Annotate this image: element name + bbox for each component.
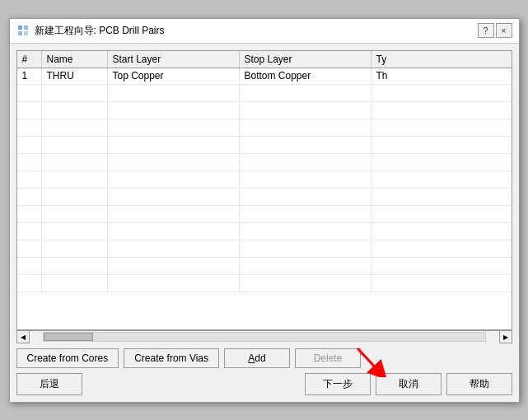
empty-cell xyxy=(371,206,421,222)
scroll-right-button[interactable]: ▶ xyxy=(499,330,512,343)
empty-cell xyxy=(42,240,108,257)
empty-cell xyxy=(371,102,421,119)
empty-cell xyxy=(17,240,42,257)
empty-row xyxy=(17,275,512,292)
empty-cell xyxy=(42,206,108,222)
svg-rect-2 xyxy=(18,31,22,35)
empty-row xyxy=(17,206,512,223)
empty-cell xyxy=(108,119,240,136)
empty-cell xyxy=(371,171,421,188)
empty-row xyxy=(17,223,512,240)
empty-cell xyxy=(108,85,240,101)
drill-pairs-table: # Name Start Layer Stop Layer Ty 1 THRU … xyxy=(16,50,512,330)
titlebar-controls: ? × xyxy=(478,23,512,38)
empty-cell xyxy=(17,189,42,205)
empty-cell xyxy=(371,240,421,257)
horizontal-scrollbar[interactable]: ◀ ▶ xyxy=(16,330,512,343)
table-row[interactable]: 1 THRU Top Copper Bottom Copper Th xyxy=(17,68,512,85)
close-button[interactable]: × xyxy=(496,23,512,38)
empty-cell xyxy=(17,223,42,240)
help-button[interactable]: ? xyxy=(478,23,494,38)
cell-start-layer: Top Copper xyxy=(108,68,240,84)
empty-cell xyxy=(240,275,371,292)
empty-cell xyxy=(108,102,240,119)
empty-cell xyxy=(240,85,371,101)
empty-cell xyxy=(108,189,240,205)
empty-cell xyxy=(371,275,421,292)
empty-cell xyxy=(17,102,42,119)
empty-cell xyxy=(17,85,42,101)
empty-row xyxy=(17,137,512,154)
empty-cell xyxy=(17,275,42,292)
cell-type: Th xyxy=(371,68,421,84)
empty-cell xyxy=(108,154,240,170)
empty-cell xyxy=(42,189,108,205)
scrollbar-thumb[interactable] xyxy=(44,333,93,341)
content-area: # Name Start Layer Stop Layer Ty 1 THRU … xyxy=(10,44,519,402)
footer-right-group: 下一步 取消 帮助 xyxy=(305,373,512,395)
empty-cell xyxy=(240,137,371,153)
empty-cell xyxy=(42,137,108,153)
empty-row xyxy=(17,189,512,206)
empty-cell xyxy=(371,258,421,274)
empty-cell xyxy=(17,171,42,188)
scroll-left-button[interactable]: ◀ xyxy=(16,330,30,343)
empty-cell xyxy=(42,171,108,188)
create-from-vias-button[interactable]: Create from Vias xyxy=(124,348,219,368)
svg-line-5 xyxy=(357,348,381,373)
empty-cell xyxy=(240,223,371,240)
svg-rect-0 xyxy=(18,26,22,30)
empty-row xyxy=(17,154,512,171)
empty-cell xyxy=(240,206,371,222)
titlebar: 新建工程向导: PCB Drill Pairs ? × xyxy=(10,19,519,44)
empty-cell xyxy=(240,240,371,257)
add-button[interactable]: Add xyxy=(224,348,290,368)
empty-cell xyxy=(371,85,421,101)
help-footer-button[interactable]: 帮助 xyxy=(446,373,512,395)
app-icon xyxy=(16,24,30,37)
empty-row xyxy=(17,258,512,275)
empty-row xyxy=(17,102,512,119)
back-button[interactable]: 后退 xyxy=(16,373,82,395)
col-header-name: Name xyxy=(42,51,108,68)
empty-row xyxy=(17,240,512,258)
footer-buttons-row: 后退 下一步 取消 帮助 xyxy=(16,373,512,395)
empty-cell xyxy=(240,119,371,136)
table-header: # Name Start Layer Stop Layer Ty xyxy=(17,51,512,68)
empty-cell xyxy=(108,206,240,222)
empty-cell xyxy=(371,223,421,240)
empty-cell xyxy=(42,85,108,101)
empty-cell xyxy=(108,275,240,292)
empty-cell xyxy=(42,258,108,274)
empty-cell xyxy=(240,258,371,274)
empty-cell xyxy=(240,189,371,205)
scrollbar-track[interactable] xyxy=(43,332,486,342)
window-title: 新建工程向导: PCB Drill Pairs xyxy=(35,24,165,38)
col-header-start-layer: Start Layer xyxy=(108,51,240,68)
empty-cell xyxy=(108,240,240,257)
empty-cell xyxy=(17,206,42,222)
empty-cell xyxy=(108,258,240,274)
empty-cell xyxy=(108,223,240,240)
main-window: 新建工程向导: PCB Drill Pairs ? × # Name Start… xyxy=(9,18,520,403)
cell-name: THRU xyxy=(42,68,108,84)
action-buttons-row: Create from Cores Create from Vias Add D… xyxy=(16,348,512,368)
empty-cell xyxy=(42,119,108,136)
empty-cell xyxy=(17,258,42,274)
empty-cell xyxy=(240,154,371,170)
empty-cell xyxy=(42,275,108,292)
titlebar-left: 新建工程向导: PCB Drill Pairs xyxy=(16,24,165,38)
empty-row xyxy=(17,85,512,102)
empty-cell xyxy=(17,154,42,170)
col-header-stop-layer: Stop Layer xyxy=(240,51,371,68)
cell-num: 1 xyxy=(17,68,42,84)
empty-cell xyxy=(371,154,421,170)
empty-cell xyxy=(42,102,108,119)
table-body[interactable]: 1 THRU Top Copper Bottom Copper Th xyxy=(17,68,512,327)
empty-cell xyxy=(240,171,371,188)
cell-stop-layer: Bottom Copper xyxy=(240,68,371,84)
red-arrow-icon xyxy=(349,344,390,377)
empty-cell xyxy=(17,137,42,153)
empty-cell xyxy=(371,189,421,205)
create-from-cores-button[interactable]: Create from Cores xyxy=(16,348,119,368)
